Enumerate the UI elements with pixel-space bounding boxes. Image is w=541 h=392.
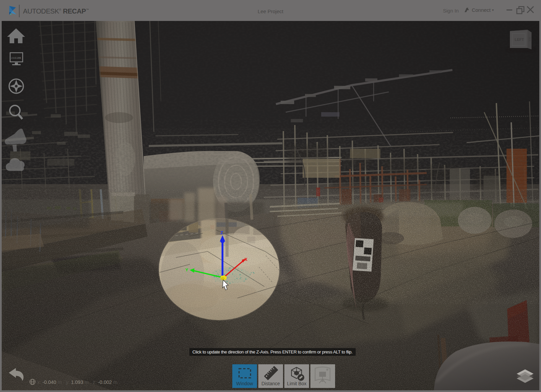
svg-text:2.0.0.205: 2.0.0.205: [11, 57, 21, 59]
svg-text:X: X: [244, 257, 248, 262]
svg-text:LEFT: LEFT: [515, 38, 524, 42]
svg-text:Z: Z: [220, 230, 223, 235]
svg-text:FR: FR: [528, 37, 532, 41]
svg-text:Y: Y: [185, 267, 188, 272]
